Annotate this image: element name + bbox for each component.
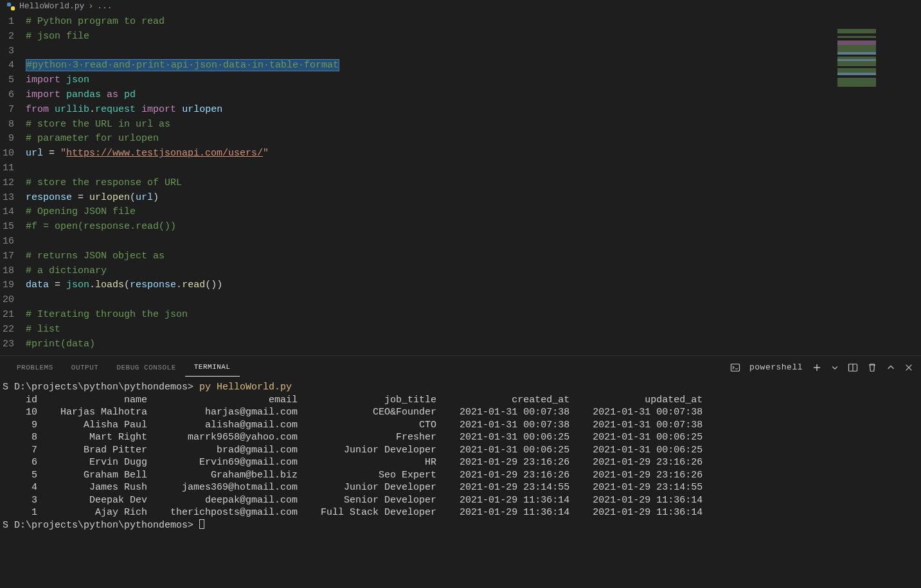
- line-number: 1: [0, 15, 14, 30]
- line-number: 7: [0, 103, 14, 118]
- panel-tab-output[interactable]: OUTPUT: [62, 359, 108, 377]
- terminal-type-icon[interactable]: [730, 362, 740, 373]
- code-line[interactable]: url = "https://www.testjsonapi.com/users…: [26, 147, 921, 161]
- code-line[interactable]: import pandas as pd: [26, 88, 921, 103]
- code-line[interactable]: #print(data): [26, 337, 921, 352]
- code-line[interactable]: # Iterating through the json: [26, 308, 921, 323]
- code-line[interactable]: [26, 235, 921, 249]
- line-number: 2: [0, 30, 14, 44]
- breadcrumb-tail[interactable]: ...: [97, 1, 112, 11]
- svg-rect-1: [11, 6, 15, 10]
- line-number: 4: [0, 58, 14, 73]
- code-line[interactable]: # list: [26, 323, 921, 337]
- bottom-panel: PROBLEMSOUTPUTDEBUG CONSOLETERMINAL powe…: [0, 355, 921, 588]
- line-number-gutter: 1234567891011121314151617181920212223: [0, 15, 26, 355]
- line-number: 17: [0, 249, 14, 264]
- code-line[interactable]: response = urlopen(url): [26, 191, 921, 206]
- terminal-output[interactable]: S D:\projects\python\pythondemos> py Hel…: [0, 379, 921, 588]
- line-number: 3: [0, 44, 14, 59]
- breadcrumb[interactable]: HelloWorld.py › ...: [0, 0, 921, 15]
- code-line[interactable]: # store the response of URL: [26, 176, 921, 191]
- breadcrumb-file[interactable]: HelloWorld.py: [19, 1, 84, 11]
- minimap[interactable]: [837, 29, 915, 87]
- line-number: 8: [0, 118, 14, 132]
- line-number: 21: [0, 308, 14, 323]
- line-number: 15: [0, 220, 14, 235]
- code-line[interactable]: # parameter for urlopen: [26, 132, 921, 147]
- code-line[interactable]: # store the URL in url as: [26, 118, 921, 132]
- line-number: 13: [0, 191, 14, 206]
- code-line[interactable]: [26, 44, 921, 59]
- new-terminal-icon[interactable]: [812, 362, 822, 373]
- line-number: 18: [0, 264, 14, 279]
- line-number: 23: [0, 337, 14, 352]
- line-number: 5: [0, 73, 14, 88]
- code-line[interactable]: # a dictionary: [26, 264, 921, 279]
- panel-tabs: PROBLEMSOUTPUTDEBUG CONSOLETERMINAL powe…: [0, 356, 921, 379]
- python-file-icon: [6, 2, 15, 11]
- line-number: 10: [0, 147, 14, 161]
- line-number: 19: [0, 278, 14, 293]
- code-line[interactable]: # returns JSON object as: [26, 249, 921, 264]
- trash-icon[interactable]: [867, 362, 877, 373]
- panel-tab-debug-console[interactable]: DEBUG CONSOLE: [107, 359, 184, 377]
- code-line[interactable]: #python·3·read·and·print·api·json·data·i…: [26, 58, 921, 73]
- line-number: 12: [0, 176, 14, 191]
- panel-tab-terminal[interactable]: TERMINAL: [185, 358, 240, 377]
- split-terminal-icon[interactable]: [848, 362, 858, 373]
- breadcrumb-sep: ›: [88, 1, 93, 11]
- svg-rect-0: [7, 2, 11, 6]
- code-line[interactable]: from urllib.request import urlopen: [26, 103, 921, 118]
- line-number: 9: [0, 132, 14, 147]
- terminal-shell-label[interactable]: powershell: [749, 362, 803, 372]
- line-number: 6: [0, 88, 14, 103]
- code-line[interactable]: [26, 293, 921, 308]
- code-editor[interactable]: 1234567891011121314151617181920212223 # …: [0, 15, 921, 355]
- line-number: 14: [0, 205, 14, 220]
- code-line[interactable]: #f = open(response.read()): [26, 220, 921, 235]
- code-line[interactable]: data = json.loads(response.read()): [26, 278, 921, 293]
- close-icon[interactable]: [904, 363, 913, 372]
- code-line[interactable]: # Opening JSON file: [26, 205, 921, 220]
- line-number: 11: [0, 161, 14, 176]
- panel-tab-problems[interactable]: PROBLEMS: [8, 359, 62, 377]
- chevron-up-icon[interactable]: [886, 363, 895, 372]
- code-line[interactable]: import json: [26, 73, 921, 88]
- code-line[interactable]: # json file: [26, 30, 921, 44]
- code-line[interactable]: [26, 161, 921, 176]
- line-number: 22: [0, 323, 14, 337]
- chevron-down-icon[interactable]: [831, 364, 839, 371]
- line-number: 20: [0, 293, 14, 308]
- line-number: 16: [0, 235, 14, 249]
- code-area[interactable]: # Python program to read# json file#pyth…: [26, 15, 921, 355]
- code-line[interactable]: # Python program to read: [26, 15, 921, 30]
- svg-rect-2: [731, 364, 739, 371]
